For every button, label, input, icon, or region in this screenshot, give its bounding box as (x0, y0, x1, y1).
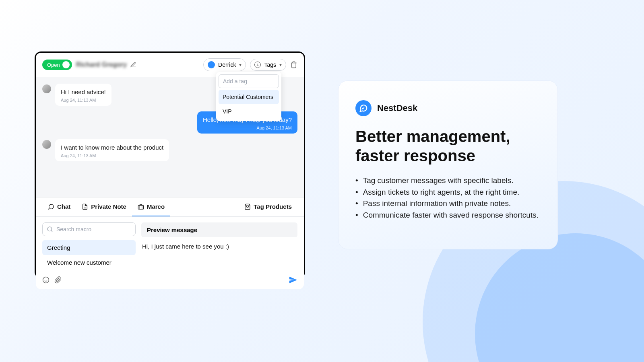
feature-item: Tag customer messages with specific labe… (355, 175, 541, 187)
message-text: I want to know more about the product (61, 144, 163, 151)
edit-icon[interactable] (130, 62, 136, 68)
tab-private-note[interactable]: Private Note (76, 197, 132, 216)
message-time: Aug 24, 11:13 AM (61, 153, 163, 158)
composer-footer (36, 272, 304, 289)
tab-macro[interactable]: Marco (132, 197, 170, 216)
composer-tabs: Chat Private Note Marco Tag Products (36, 197, 304, 217)
tag-option[interactable]: VIP (219, 104, 279, 119)
promo-card: NestDesk Better management, faster respo… (338, 80, 558, 249)
attachment-icon[interactable] (54, 276, 62, 284)
preview-label: Preview message (141, 222, 297, 237)
tab-label: Marco (147, 203, 165, 210)
avatar (42, 84, 51, 93)
message-bubble: I want to know more about the product Au… (55, 139, 169, 161)
tag-option[interactable]: Potential Customers (219, 90, 279, 104)
message-bubble: Hi I need advice! Aug 24, 11:13 AM (55, 84, 111, 106)
send-button[interactable] (289, 276, 297, 284)
svg-point-2 (43, 277, 49, 283)
status-toggle[interactable]: Open (42, 60, 72, 70)
chevron-down-icon: ▾ (239, 62, 242, 68)
message-time: Aug 24, 11:13 AM (203, 125, 292, 130)
avatar (42, 140, 51, 149)
macro-panel: Greeting Welcome new customer Preview me… (36, 217, 304, 272)
message-time: Aug 24, 11:13 AM (61, 98, 106, 103)
status-label: Open (47, 62, 60, 68)
message-text: Hi I need advice! (61, 88, 106, 95)
chat-icon (48, 204, 54, 210)
macro-item[interactable]: Welcome new customer (42, 255, 136, 270)
svg-point-1 (47, 227, 52, 231)
note-icon (82, 204, 88, 210)
brand-row: NestDesk (355, 100, 541, 116)
tab-label: Tag Products (254, 203, 292, 210)
add-tag-input[interactable] (219, 74, 279, 88)
feature-item: Communicate faster with saved response s… (355, 210, 541, 221)
tags-label: Tags (264, 62, 276, 68)
promo-headline: Better management, faster response (355, 127, 541, 165)
tags-dropdown-trigger[interactable]: + Tags ▾ (250, 59, 286, 71)
tags-dropdown-panel: Potential Customers VIP (216, 72, 281, 121)
assignee-avatar (208, 61, 215, 68)
chevron-down-icon: ▾ (279, 62, 282, 68)
search-macro-input[interactable] (56, 226, 131, 232)
trash-icon[interactable] (290, 61, 297, 68)
preview-body: Hi, I just came here to see you :) (141, 241, 297, 251)
plus-circle-icon: + (254, 62, 261, 68)
macro-preview: Preview message Hi, I just came here to … (141, 222, 297, 270)
feature-item: Assign tickets to right agents, at the r… (355, 187, 541, 198)
assignee-dropdown[interactable]: Derrick ▾ (203, 58, 246, 71)
message-row: I want to know more about the product Au… (42, 139, 297, 161)
ticket-card: Open Richard Gregory Derrick ▾ + Tags ▾ … (35, 51, 305, 278)
search-macro-wrapper (42, 222, 136, 236)
assignee-name: Derrick (218, 62, 236, 68)
feature-list: Tag customer messages with specific labe… (355, 175, 541, 221)
tag-icon (244, 204, 251, 210)
tab-chat[interactable]: Chat (42, 197, 76, 216)
macro-icon (138, 204, 144, 210)
feature-item: Pass internal information with private n… (355, 198, 541, 210)
toggle-knob (62, 61, 70, 68)
emoji-icon[interactable] (42, 276, 50, 284)
brand-logo (355, 100, 372, 116)
composer: Chat Private Note Marco Tag Products (36, 197, 304, 289)
macro-item[interactable]: Greeting (42, 240, 136, 255)
tab-label: Private Note (91, 203, 126, 210)
brand-name: NestDesk (377, 103, 417, 113)
tab-tag-products[interactable]: Tag Products (239, 197, 297, 216)
search-icon (47, 226, 53, 232)
customer-name: Richard Gregory (76, 61, 127, 68)
macro-list: Greeting Welcome new customer (42, 222, 136, 270)
svg-rect-0 (138, 205, 143, 209)
tab-label: Chat (57, 203, 70, 210)
